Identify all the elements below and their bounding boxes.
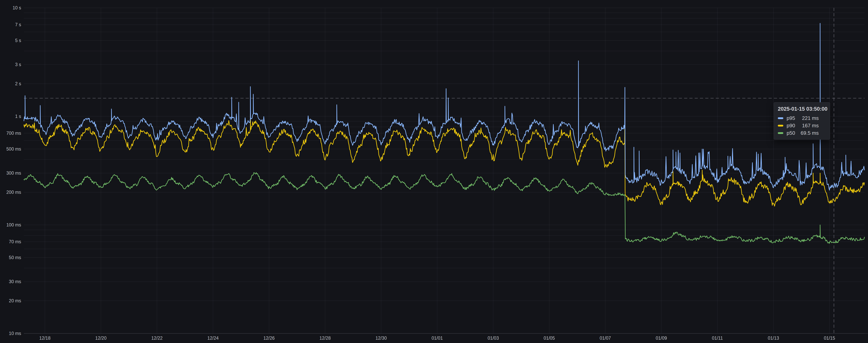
- x-axis-tick-label: 12/24: [199, 335, 227, 341]
- y-axis-tick-label: 300 ms: [0, 170, 21, 176]
- y-axis-tick-label: 10 s: [0, 5, 21, 11]
- tooltip-series-row: p95 221 ms: [778, 115, 826, 122]
- y-axis-tick-label: 10 ms: [0, 330, 21, 337]
- p95-color-swatch: [778, 117, 783, 119]
- x-axis-tick-label: 12/28: [311, 335, 339, 341]
- x-axis-tick-label: 01/03: [479, 335, 507, 341]
- tooltip-timestamp: 2025-01-15 03:50:00: [778, 106, 826, 112]
- latency-percentiles-panel: 10 s7 s5 s3 s2 s1 s700 ms500 ms300 ms200…: [0, 0, 868, 343]
- x-axis-tick-label: 01/15: [816, 335, 843, 341]
- y-axis-tick-label: 500 ms: [0, 146, 21, 152]
- x-axis-tick-label: 01/09: [648, 335, 675, 341]
- y-axis-tick-label: 50 ms: [0, 254, 21, 261]
- x-axis-tick-label: 12/30: [367, 335, 395, 341]
- y-axis-tick-label: 70 ms: [0, 239, 21, 245]
- tooltip-series-label: p90: [786, 123, 795, 129]
- crosshair: [24, 8, 865, 334]
- tooltip-series-value: 167 ms: [802, 123, 819, 129]
- y-axis-tick-label: 700 ms: [0, 130, 21, 136]
- x-axis-tick-label: 12/20: [87, 335, 115, 341]
- p50-color-swatch: [778, 132, 783, 134]
- x-axis-tick-label: 01/05: [536, 335, 563, 341]
- x-axis-tick-label: 12/26: [255, 335, 283, 341]
- x-axis-tick-label: 01/11: [704, 335, 731, 341]
- x-axis-tick-label: 12/22: [143, 335, 170, 341]
- y-axis-tick-label: 30 ms: [0, 278, 21, 285]
- y-axis-tick-label: 200 ms: [0, 189, 21, 195]
- time-series-chart-surface[interactable]: [0, 0, 868, 343]
- x-axis-tick-label: 01/07: [592, 335, 619, 341]
- tooltip-series-row: p90 167 ms: [778, 122, 826, 129]
- y-axis-tick-label: 7 s: [0, 22, 21, 28]
- y-axis-tick-label: 100 ms: [0, 222, 21, 228]
- y-axis-tick-label: 1 s: [0, 113, 21, 120]
- tooltip-series-row: p50 69.5 ms: [778, 129, 826, 137]
- y-axis-tick-label: 20 ms: [0, 298, 21, 304]
- x-axis-tick-label: 01/13: [760, 335, 787, 341]
- x-axis-tick-label: 01/01: [424, 335, 451, 341]
- p90-color-swatch: [778, 125, 783, 127]
- tooltip-series-label: p95: [786, 115, 795, 121]
- series-line-p95: [24, 23, 865, 190]
- y-axis-tick-label: 2 s: [0, 81, 21, 87]
- tooltip: 2025-01-15 03:50:00 p95 221 ms p90 167 m…: [774, 102, 830, 139]
- tooltip-series-value: 69.5 ms: [801, 130, 819, 136]
- tooltip-series-label: p50: [786, 130, 795, 136]
- tooltip-series-value: 221 ms: [802, 115, 819, 121]
- y-axis-tick-label: 3 s: [0, 61, 21, 68]
- x-axis-tick-label: 12/18: [31, 335, 59, 341]
- gridlines: [24, 8, 868, 334]
- y-axis-tick-label: 5 s: [0, 37, 21, 43]
